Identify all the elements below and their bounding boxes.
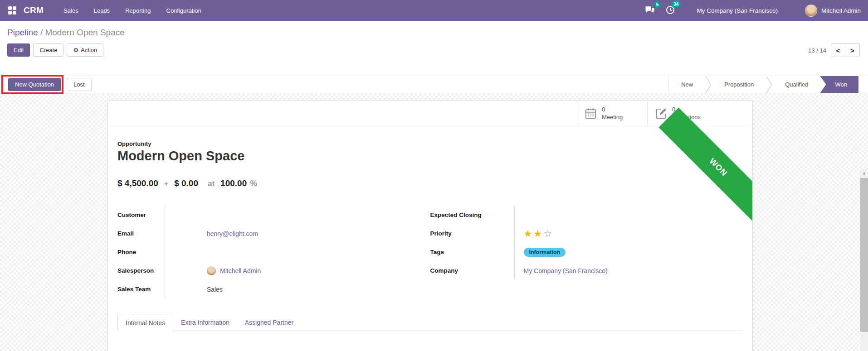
chevron-left-icon: < [836, 47, 840, 54]
breadcrumb-separator: / [40, 28, 43, 37]
activities-badge: 34 [671, 0, 681, 8]
email-link[interactable]: henry@elight.com [207, 230, 258, 237]
field-label: Tags [430, 249, 514, 255]
field-value [165, 206, 430, 224]
record-type-label: Opportunity [117, 140, 743, 147]
chat-bubbles-icon [645, 6, 655, 14]
field-sales-team: Sales Team Sales [117, 280, 430, 298]
field-salesperson: Salesperson Mitchell Admin [117, 261, 430, 280]
messages-badge: 5 [654, 1, 661, 9]
field-label: Expected Closing [430, 212, 514, 218]
scrollbar-thumb[interactable] [860, 178, 868, 332]
statusbar: New Quotation Lost New Proposition Quali… [0, 76, 868, 93]
meeting-label: Meeting [602, 114, 623, 121]
field-company: Company My Company (San Francisco) [430, 261, 743, 280]
field-customer: Customer [117, 206, 430, 224]
field-tags: Tags Information [430, 243, 743, 261]
control-panel: Pipeline / Modern Open Space Edit Create… [0, 21, 868, 76]
top-navbar: CRM Sales Leads Reporting Configuration … [0, 0, 868, 21]
stage-separator-icon [766, 76, 773, 93]
menu-sales[interactable]: Sales [63, 7, 78, 14]
menu-configuration[interactable]: Configuration [166, 7, 201, 14]
plus-sign: + [164, 180, 168, 188]
field-phone: Phone [117, 243, 430, 261]
control-panel-buttons: Edit Create ⚙Action 13 / 14 < > [7, 43, 861, 57]
field-groups: Customer Email henry@elight.com Phone Sa… [117, 206, 743, 298]
opportunity-card: 0 Meeting 0 Quotations WON Opportunity M… [107, 101, 753, 351]
action-button[interactable]: ⚙Action [67, 43, 103, 57]
navbar-right: 5 34 My Company (San Francisco) Mitchell… [644, 5, 861, 17]
pager-value: 13 / 14 [808, 47, 826, 54]
button-box: 0 Meeting 0 Quotations [108, 101, 752, 126]
gear-icon: ⚙ [73, 47, 78, 53]
field-expected-closing: Expected Closing [430, 206, 743, 224]
scroll-up-arrow-icon[interactable]: ▲ [860, 169, 868, 177]
field-label: Company [430, 267, 514, 274]
stage-bar: New Proposition Qualified Won [668, 76, 858, 93]
tag-information[interactable]: Information [524, 248, 566, 257]
create-button[interactable]: Create [33, 43, 63, 57]
main-menu: Sales Leads Reporting Configuration [63, 7, 201, 14]
left-field-group: Customer Email henry@elight.com Phone Sa… [117, 206, 430, 298]
edit-button[interactable]: Edit [7, 43, 30, 57]
new-quotation-button[interactable]: New Quotation [8, 78, 61, 91]
tab-assigned-partner[interactable]: Assigned Partner [237, 315, 301, 331]
calendar-icon [585, 107, 597, 120]
field-label: Phone [117, 249, 165, 255]
field-label: Customer [117, 212, 165, 218]
star-filled-icon[interactable]: ★ [524, 229, 532, 238]
at-label: at [208, 179, 215, 188]
user-name: Mitchell Admin [821, 7, 861, 14]
user-menu[interactable]: Mitchell Admin [805, 5, 861, 17]
form-sheet: Opportunity Modern Open Space $ 4,500.00… [108, 140, 752, 331]
probability-value: 100.00 [220, 178, 247, 188]
breadcrumb-current: Modern Open Space [45, 28, 124, 37]
recurring-revenue: $ 0.00 [174, 178, 198, 188]
field-priority: Priority ★ ★ ☆ [430, 224, 743, 243]
activities-button[interactable]: 34 [665, 5, 676, 17]
quotations-button[interactable]: 0 Quotations [647, 101, 752, 126]
stage-new[interactable]: New [669, 76, 705, 93]
stage-qualified[interactable]: Qualified [773, 76, 820, 93]
field-email: Email henry@elight.com [117, 224, 430, 243]
app-name[interactable]: CRM [24, 5, 44, 15]
field-label: Email [117, 230, 165, 237]
right-field-group: Expected Closing Priority ★ ★ ☆ Tags In [430, 206, 743, 298]
field-label: Sales Team [117, 286, 165, 293]
chevron-right-icon: > [850, 47, 854, 54]
messages-button[interactable]: 5 [644, 5, 656, 16]
breadcrumb: Pipeline / Modern Open Space [7, 28, 861, 38]
field-label: Priority [430, 230, 514, 237]
percent-sign: % [250, 179, 257, 188]
menu-reporting[interactable]: Reporting [125, 7, 151, 14]
revenue-line: $ 4,500.00 + $ 0.00 at 100.00 % [117, 178, 743, 188]
pager-next-button[interactable]: > [845, 43, 860, 57]
vertical-scrollbar[interactable]: ▲ [860, 169, 868, 351]
meeting-button[interactable]: 0 Meeting [577, 101, 647, 126]
form-view: 0 Meeting 0 Quotations WON Opportunity M… [0, 93, 868, 351]
notebook-tabs: Internal Notes Extra Information Assigne… [117, 315, 743, 331]
star-filled-icon[interactable]: ★ [533, 229, 542, 238]
pencil-square-icon [655, 107, 667, 120]
field-label: Salesperson [117, 267, 165, 274]
tab-internal-notes[interactable]: Internal Notes [117, 315, 173, 331]
field-value: Sales [165, 280, 430, 298]
expected-revenue: $ 4,500.00 [117, 178, 158, 188]
lost-button[interactable]: Lost [67, 78, 92, 91]
company-switcher[interactable]: My Company (San Francisco) [697, 7, 778, 14]
breadcrumb-pipeline[interactable]: Pipeline [7, 28, 38, 37]
pager-prev-button[interactable]: < [831, 43, 845, 57]
star-empty-icon[interactable]: ☆ [543, 229, 552, 238]
meeting-count: 0 [602, 106, 623, 113]
salesperson-link[interactable]: Mitchell Admin [220, 267, 261, 274]
salesperson-avatar [207, 266, 216, 275]
field-value [165, 243, 430, 261]
apps-grid-icon[interactable] [8, 6, 16, 14]
menu-leads[interactable]: Leads [94, 7, 110, 14]
pager: 13 / 14 < > [808, 43, 860, 57]
stage-won[interactable]: Won [820, 76, 859, 93]
user-avatar [805, 5, 817, 17]
company-link[interactable]: My Company (San Francisco) [524, 267, 608, 274]
stage-proposition[interactable]: Proposition [712, 76, 766, 93]
tab-extra-information[interactable]: Extra Information [173, 315, 237, 331]
